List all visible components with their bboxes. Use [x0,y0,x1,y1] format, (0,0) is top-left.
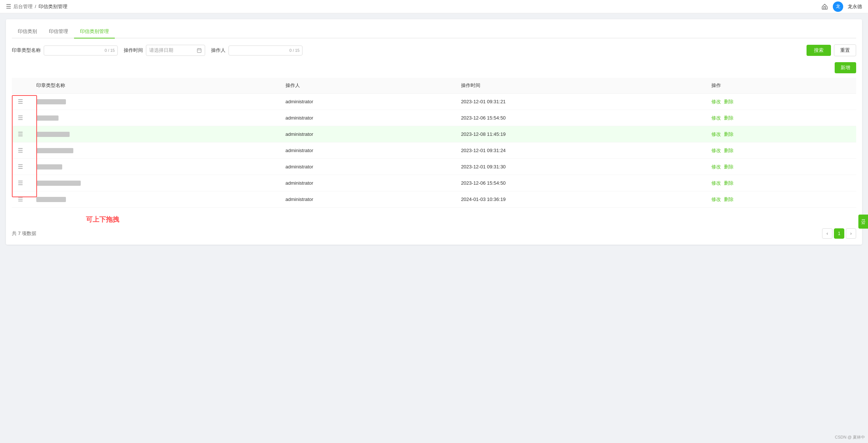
drag-handle-cell[interactable]: ☰ [12,94,30,110]
prev-page-btn[interactable]: ‹ [822,228,832,239]
op-person-field: 操作人 0 / 15 [211,46,303,56]
user-name[interactable]: 龙永德 [848,3,862,10]
pagination: ‹ 1 › [822,228,856,239]
drag-handle-icon[interactable]: ☰ [18,196,24,203]
drag-handle-cell[interactable]: ☰ [12,142,30,159]
edit-button[interactable]: 修改 [711,115,721,121]
reset-button[interactable]: 重置 [834,44,856,56]
delete-button[interactable]: 删除 [724,197,734,202]
content-card: 印信类别 印信管理 印信类别管理 印章类型名称 0 / 15 操作时间 请选择日… [6,19,862,245]
action-cell: 修改删除 [705,94,856,110]
search-actions: 搜索 重置 [807,44,856,56]
search-button[interactable]: 搜索 [807,45,831,56]
breadcrumb: ☰ 后台管理 / 印信类别管理 [6,3,67,10]
table-row: ☰administrator2023-12-06 15:54:50修改删除 [12,175,856,191]
table-body: ☰administrator2023-12-01 09:31:21修改删除☰ad… [12,94,856,208]
drag-col-header [12,78,30,94]
tab-seal-category[interactable]: 印信类别 [12,25,43,38]
type-name-field: 印章类型名称 0 / 15 [12,46,118,56]
tab-seal-category-manage[interactable]: 印信类别管理 [74,25,115,38]
tab-seal-manage[interactable]: 印信管理 [43,25,74,38]
edit-button[interactable]: 修改 [711,164,721,170]
drag-handle-icon[interactable]: ☰ [18,179,24,187]
col-name: 印章类型名称 [30,78,280,94]
name-text [36,132,70,137]
date-placeholder: 请选择日期 [149,47,194,54]
avatar: 龙 [833,1,843,12]
name-cell [30,110,280,126]
drag-handle-cell[interactable]: ☰ [12,110,30,126]
name-text [36,197,66,202]
drag-handle-cell[interactable]: ☰ [12,175,30,191]
date-picker[interactable]: 请选择日期 [146,45,205,56]
edit-button[interactable]: 修改 [711,131,721,137]
new-button[interactable]: 新增 [835,62,856,73]
table-row: ☰administrator2024-01-03 10:36:19修改删除 [12,191,856,208]
action-cell: 修改删除 [705,175,856,191]
drag-handle-icon[interactable]: ☰ [18,114,24,121]
edit-button[interactable]: 修改 [711,197,721,202]
drag-handle-cell[interactable]: ☰ [12,159,30,175]
feedback-button[interactable]: ISt [858,214,868,229]
action-cell: 修改删除 [705,159,856,175]
drag-handle-icon[interactable]: ☰ [18,131,24,138]
table-row: ☰administrator2023-12-01 09:31:21修改删除 [12,94,856,110]
time-cell: 2024-01-03 10:36:19 [455,191,705,208]
name-cell [30,126,280,142]
delete-button[interactable]: 删除 [724,180,734,186]
op-person-label: 操作人 [211,47,226,54]
name-text [36,181,81,186]
top-bar: ☰ 后台管理 / 印信类别管理 龙 龙永德 [0,0,868,13]
name-cell [30,94,280,110]
type-name-label: 印章类型名称 [12,47,41,54]
table-row: ☰administrator2023-12-08 11:45:19修改删除 [12,126,856,142]
operator-cell: administrator [280,159,455,175]
svg-rect-0 [197,48,201,53]
drag-handle-cell[interactable]: ☰ [12,191,30,208]
edit-button[interactable]: 修改 [711,148,721,153]
toolbar: 新增 [12,62,856,73]
hamburger-icon: ☰ [6,3,11,10]
op-person-input-wrapper: 0 / 15 [228,46,303,56]
delete-button[interactable]: 删除 [724,164,734,170]
edit-button[interactable]: 修改 [711,180,721,186]
action-cell: 修改删除 [705,191,856,208]
breadcrumb-current: 印信类别管理 [39,3,67,10]
time-cell: 2023-12-01 09:31:21 [455,94,705,110]
total-count: 共 7 项数据 [12,230,36,237]
name-text [36,115,59,121]
next-page-btn[interactable]: › [846,228,856,239]
delete-button[interactable]: 删除 [724,131,734,137]
name-cell [30,175,280,191]
col-time: 操作时间 [455,78,705,94]
table-section: 印章类型名称 操作人 操作时间 操作 ☰administrator2023-12… [12,78,856,208]
edit-button[interactable]: 修改 [711,99,721,104]
operator-cell: administrator [280,175,455,191]
table-row: ☰administrator2023-12-01 09:31:30修改删除 [12,159,856,175]
table-header-row: 印章类型名称 操作人 操作时间 操作 [12,78,856,94]
name-text [36,99,66,104]
op-time-field: 操作时间 请选择日期 [124,45,205,56]
delete-button[interactable]: 删除 [724,115,734,121]
drag-handle-icon[interactable]: ☰ [18,163,24,170]
main-container: 印信类别 印信管理 印信类别管理 印章类型名称 0 / 15 操作时间 请选择日… [0,13,868,443]
delete-button[interactable]: 删除 [724,148,734,153]
search-bar: 印章类型名称 0 / 15 操作时间 请选择日期 [12,44,856,56]
time-cell: 2023-12-08 11:45:19 [455,126,705,142]
table-footer: 共 7 项数据 ‹ 1 › [12,228,856,239]
col-action: 操作 [705,78,856,94]
time-cell: 2023-12-06 15:54:50 [455,175,705,191]
operator-cell: administrator [280,94,455,110]
drag-handle-icon[interactable]: ☰ [18,147,24,154]
page-1-btn[interactable]: 1 [834,228,844,239]
action-cell: 修改删除 [705,126,856,142]
time-cell: 2023-12-01 09:31:24 [455,142,705,159]
delete-button[interactable]: 删除 [724,99,734,104]
drag-hint: 可上下拖拽 [86,215,856,224]
table-row: ☰administrator2023-12-06 15:54:50修改删除 [12,110,856,126]
home-icon[interactable] [821,3,828,10]
drag-handle-icon[interactable]: ☰ [18,98,24,105]
type-name-input-wrapper: 0 / 15 [44,46,118,56]
breadcrumb-home[interactable]: 后台管理 [13,3,33,10]
drag-handle-cell[interactable]: ☰ [12,126,30,142]
